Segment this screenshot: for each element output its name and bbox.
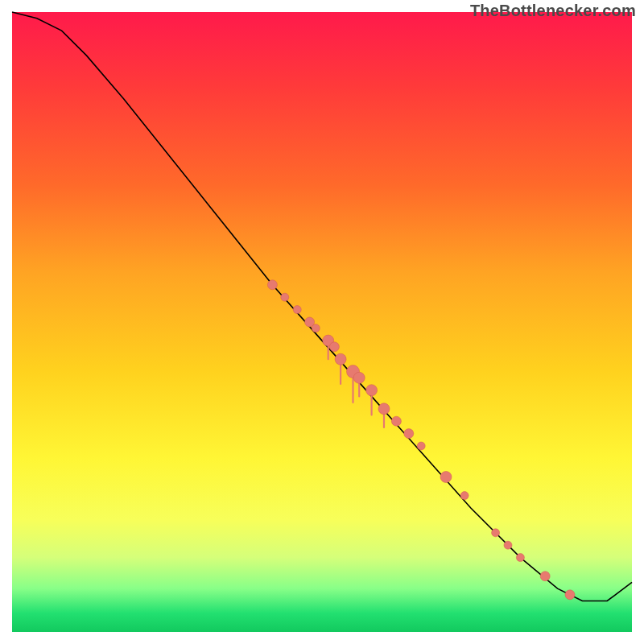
data-point [540,572,550,581]
chart-container: TheBottlenecker.com [0,0,644,644]
data-point [565,590,575,600]
data-point [460,492,469,500]
bottleneck-curve [12,12,632,601]
data-drips [328,341,384,427]
data-point [378,403,390,415]
data-point [366,385,378,396]
data-point [391,416,401,426]
data-point [440,472,452,483]
data-point [329,342,339,352]
data-point [516,554,524,562]
data-point [335,353,346,365]
data-points [267,280,575,600]
data-point [492,529,500,537]
data-point [281,293,289,301]
data-point [293,306,301,314]
data-point [267,280,277,290]
data-point [417,442,425,450]
data-point [504,541,512,549]
data-point [404,429,414,439]
chart-svg [12,12,632,632]
data-point [312,324,320,332]
plot-area [12,12,632,632]
data-point [353,372,365,383]
attribution-label: TheBottlenecker.com [470,2,636,20]
